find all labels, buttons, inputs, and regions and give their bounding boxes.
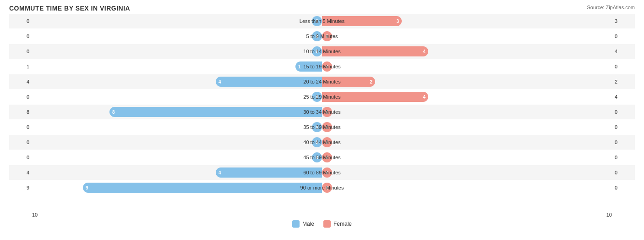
axis-right: 10 [606,212,612,218]
chart-row: 040 to 44 Minutes000 [9,135,635,150]
male-zero-dot: 0 [312,92,322,102]
male-bar: 1 [295,61,322,72]
chart-row: 05 to 9 Minutes000 [9,29,635,44]
female-value: 0 [612,155,635,160]
female-zero-dot: 0 [322,183,332,193]
male-value: 8 [9,109,32,115]
male-bar-wrap: 9 [83,183,322,193]
source-text: Source: ZipAtlas.com [587,5,635,10]
legend-female-label: Female [333,221,352,227]
legend-female: Female [323,220,352,228]
male-value: 0 [9,140,32,145]
female-bar-wrap: 0 [322,31,332,41]
bar-section: 30 to 34 Minutes80 [32,105,612,119]
chart-row: 990 or more Minutes900 [9,180,635,195]
bar-section: 25 to 29 Minutes04 [32,89,612,104]
female-value: 0 [612,109,635,115]
bar-section: 10 to 14 Minutes04 [32,44,612,59]
bar-section: Less than 5 Minutes03 [32,14,612,28]
male-value: 4 [9,79,32,84]
male-bar-wrap: 4 [216,77,322,87]
female-value: 0 [612,64,635,69]
male-value: 0 [9,94,32,100]
female-value: 3 [612,18,635,24]
legend-female-box [323,220,331,228]
chart-area: 0Less than 5 Minutes03305 to 9 Minutes00… [9,14,635,211]
chart-row: 045 to 59 Minutes000 [9,150,635,165]
bar-section: 35 to 39 Minutes00 [32,120,612,134]
male-bar-wrap: 0 [312,92,322,102]
male-bar: 4 [216,77,322,87]
female-bar-wrap: 0 [322,61,332,72]
male-value: 0 [9,49,32,54]
female-bar-wrap: 0 [322,137,332,147]
chart-row: 830 to 34 Minutes800 [9,105,635,119]
male-zero-dot: 0 [312,31,322,41]
male-zero-dot: 0 [312,152,322,162]
legend-male: Male [292,220,314,228]
female-value: 0 [612,185,635,190]
bar-section: 60 to 89 Minutes40 [32,165,612,180]
female-bar: 2 [322,77,375,87]
male-bar: 8 [109,107,322,117]
chart-row: 115 to 19 Minutes100 [9,59,635,74]
male-value: 4 [9,170,32,175]
male-bar-wrap: 0 [312,122,322,132]
female-value: 2 [612,79,635,84]
chart-row: 420 to 24 Minutes422 [9,74,635,89]
female-value: 0 [612,124,635,130]
male-bar-wrap: 0 [312,137,322,147]
female-value: 0 [612,170,635,175]
female-bar-wrap: 4 [322,92,428,102]
female-bar-wrap: 0 [322,152,332,162]
female-bar-wrap: 4 [322,46,428,56]
male-bar-wrap: 8 [109,107,322,117]
female-bar: 4 [322,92,428,102]
bar-section: 15 to 19 Minutes10 [32,59,612,74]
female-zero-dot: 0 [322,31,332,41]
male-bar: 4 [216,167,322,178]
male-value: 0 [9,124,32,130]
female-zero-dot: 0 [322,152,332,162]
female-bar-wrap: 0 [322,167,332,178]
male-bar-wrap: 0 [312,16,322,26]
male-value: 0 [9,155,32,160]
female-value: 4 [612,49,635,54]
female-bar-wrap: 3 [322,16,402,26]
female-bar-wrap: 2 [322,77,375,87]
male-zero-dot: 0 [312,137,322,147]
male-value: 9 [9,185,32,190]
bar-section: 20 to 24 Minutes42 [32,74,612,89]
female-bar-wrap: 0 [322,122,332,132]
female-bar-wrap: 0 [322,107,332,117]
chart-row: 0Less than 5 Minutes033 [9,14,635,28]
male-value: 1 [9,64,32,69]
legend-male-box [292,220,300,228]
axis-left: 10 [32,212,38,218]
legend-male-label: Male [302,221,314,227]
male-value: 0 [9,33,32,39]
male-bar: 9 [83,183,322,193]
axis-labels: 10 10 [9,212,635,218]
chart-row: 460 to 89 Minutes400 [9,165,635,180]
female-zero-dot: 0 [322,137,332,147]
female-value: 0 [612,33,635,39]
female-zero-dot: 0 [322,167,332,178]
female-value: 4 [612,94,635,100]
female-bar: 3 [322,16,402,26]
male-zero-dot: 0 [312,16,322,26]
female-value: 0 [612,140,635,145]
female-bar: 4 [322,46,428,56]
male-zero-dot: 0 [312,46,322,56]
chart-container: COMMUTE TIME BY SEX IN VIRGINIA Source: … [0,0,644,240]
chart-row: 025 to 29 Minutes044 [9,89,635,104]
male-value: 0 [9,18,32,24]
chart-title: COMMUTE TIME BY SEX IN VIRGINIA [9,5,635,12]
male-bar-wrap: 0 [312,46,322,56]
bar-section: 40 to 44 Minutes00 [32,135,612,150]
chart-row: 035 to 39 Minutes000 [9,120,635,134]
female-zero-dot: 0 [322,122,332,132]
bar-section: 5 to 9 Minutes00 [32,29,612,44]
female-bar-wrap: 0 [322,183,332,193]
male-bar-wrap: 1 [295,61,322,72]
